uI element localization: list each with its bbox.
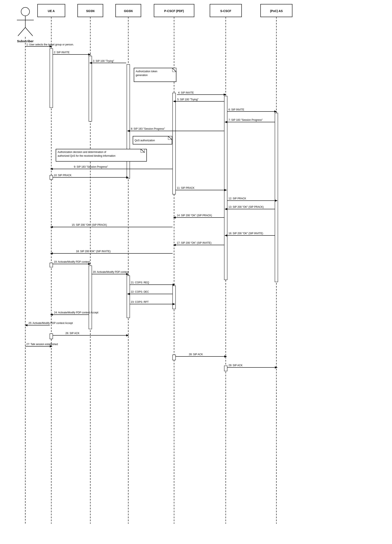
svg-text:12: SIP PRACK: 12: SIP PRACK [229,197,246,200]
svg-line-39 [172,68,176,72]
svg-text:26: SIP ACK: 26: SIP ACK [65,332,80,335]
svg-marker-55 [225,121,227,123]
svg-marker-123 [25,324,27,326]
svg-text:17: SIP 200 "OK" (SIP INVITE): 17: SIP 200 "OK" (SIP INVITE) [177,241,211,244]
svg-text:19: Activate/Modify PDP contex: 19: Activate/Modify PDP context [54,260,90,263]
svg-marker-110 [173,284,175,286]
svg-marker-30 [88,53,91,56]
svg-rect-44 [173,93,176,194]
svg-text:5: SIP 100 "Trying": 5: SIP 100 "Trying" [177,98,199,101]
svg-rect-14 [210,4,242,17]
svg-text:11: SIP PRACK: 11: SIP PRACK [177,186,195,189]
svg-marker-89 [50,226,53,228]
svg-marker-83 [225,208,227,210]
svg-rect-75 [50,175,53,179]
svg-marker-130 [50,345,52,347]
svg-rect-46 [224,96,227,280]
svg-marker-58 [127,130,130,132]
svg-marker-126 [126,334,129,337]
svg-line-3 [18,27,25,36]
svg-text:24: Activate/Modify PDP contex: 24: Activate/Modify PDP context Accept [54,311,98,314]
svg-marker-120 [50,313,53,316]
svg-marker-114 [127,293,130,295]
svg-text:9: SIP 183 "Session Progress": 9: SIP 183 "Session Progress" [74,165,108,168]
svg-rect-16 [260,4,292,17]
svg-marker-43 [224,94,226,96]
svg-text:18: SIP 200 "OK" (SIP INVITE): 18: SIP 200 "OK" (SIP INVITE) [76,250,110,253]
svg-marker-61 [168,136,172,140]
svg-line-4 [25,27,33,36]
svg-text:P-CSCF (PDF): P-CSCF (PDF) [164,9,184,13]
svg-text:6: SIP INVITE: 6: SIP INVITE [229,108,244,111]
svg-text:8: SIP 183 "Session Progress": 8: SIP 183 "Session Progress" [131,127,165,130]
svg-rect-12 [154,4,194,17]
svg-text:28: SIP ACK: 28: SIP ACK [189,353,203,356]
svg-text:29: SIP ACK: 29: SIP ACK [229,364,243,367]
svg-text:generation: generation [136,74,148,77]
svg-rect-60 [133,136,172,144]
svg-rect-8 [78,4,103,17]
svg-text:16: SIP 200 "OK" (SIP INVITE): 16: SIP 200 "OK" (SIP INVITE) [229,232,263,235]
svg-marker-34 [89,62,92,64]
svg-text:21: COPS: REQ: 21: COPS: REQ [131,281,149,284]
svg-marker-26 [50,45,52,47]
svg-text:QoS authorization: QoS authorization [135,139,155,142]
svg-text:1: User selects the target gro: 1: User selects the target group or pers… [26,43,74,46]
diagram-container: Subscriber UE A SGSN GGSN P-CSCF (PDF) S… [0,0,392,532]
svg-marker-137 [275,367,278,368]
svg-text:7: SIP 183 "Session Progress": 7: SIP 183 "Session Progress" [229,118,263,121]
svg-marker-95 [173,244,176,246]
svg-rect-6 [38,4,65,17]
svg-text:13: SIP 200 "OK" (SIP PRACK): 13: SIP 200 "OK" (SIP PRACK) [229,206,264,208]
svg-text:23: COPS: RPT: 23: COPS: RPT [131,301,149,303]
svg-marker-51 [274,110,277,112]
svg-marker-38 [172,68,176,72]
svg-text:27: Talk session established: 27: Talk session established [26,343,58,346]
svg-line-62 [168,136,172,140]
svg-rect-64 [56,149,147,161]
svg-marker-86 [173,216,176,219]
svg-rect-102 [50,263,53,267]
svg-rect-32 [89,56,92,121]
svg-text:Authorization token: Authorization token [136,70,157,73]
svg-text:UE A: UE A [48,9,55,13]
svg-marker-70 [50,168,53,170]
svg-marker-48 [173,100,176,102]
svg-text:20: Activate/Modify PDP contex: 20: Activate/Modify PDP context [93,271,129,273]
svg-marker-77 [224,189,227,191]
diagram-svg: Subscriber UE A SGSN GGSN P-CSCF (PDF) S… [0,0,392,532]
svg-text:25: Activate/Modify PDP contex: 25: Activate/Modify PDP context Accept [29,322,73,325]
svg-marker-117 [173,303,175,305]
svg-text:2: SIP INVITE: 2: SIP INVITE [54,51,69,54]
svg-text:4: SIP INVITE: 4: SIP INVITE [178,91,194,94]
svg-rect-104 [89,266,92,329]
svg-text:authorized QoS for the receive: authorized QoS for the received binding … [58,154,115,157]
svg-text:(PoC) AS: (PoC) AS [270,9,283,13]
svg-rect-135 [173,355,176,360]
svg-marker-80 [275,200,278,202]
svg-rect-37 [134,68,176,82]
svg-text:3: SIP 100 "Trying": 3: SIP 100 "Trying" [93,59,114,63]
svg-rect-112 [173,286,176,309]
svg-rect-108 [127,276,130,318]
svg-text:10: SIP PRACK: 10: SIP PRACK [54,174,71,177]
svg-marker-106 [126,273,129,275]
svg-text:14: SIP 200 "OK" (SIP PRACK): 14: SIP 200 "OK" (SIP PRACK) [177,214,212,217]
svg-rect-139 [224,366,227,371]
svg-line-66 [141,149,144,153]
svg-marker-73 [126,176,129,178]
svg-text:S-CSCF: S-CSCF [220,9,231,13]
svg-marker-133 [224,355,227,358]
svg-rect-36 [127,65,130,178]
svg-text:Subscriber: Subscriber [17,39,34,43]
svg-rect-10 [116,4,141,17]
svg-marker-101 [88,263,91,265]
svg-point-0 [21,7,29,16]
svg-marker-98 [50,252,53,254]
svg-rect-28 [50,48,53,108]
svg-text:Authorization decision and det: Authorization decision and determination… [58,151,106,154]
svg-text:22: COPS: DEC: 22: COPS: DEC [131,290,149,293]
svg-rect-127 [50,334,53,339]
svg-marker-65 [141,149,144,153]
svg-text:GGSN: GGSN [124,9,133,13]
